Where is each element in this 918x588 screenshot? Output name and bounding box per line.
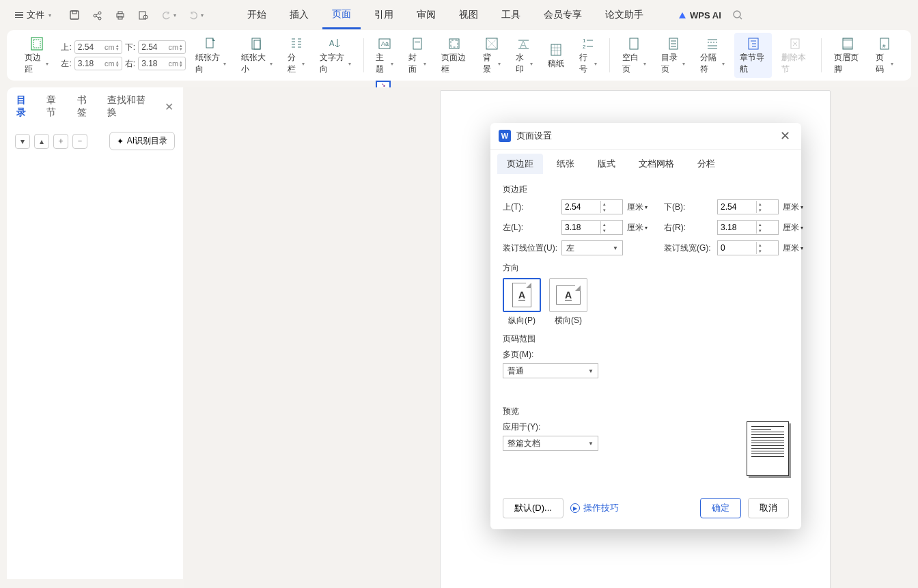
watermark-button[interactable]: A 水印▾ xyxy=(510,33,539,78)
page-border-icon xyxy=(447,36,462,51)
svg-rect-31 xyxy=(415,41,420,43)
magic-wand-icon: ✦ xyxy=(117,137,124,146)
input-gutter-width[interactable]: ▴▾ xyxy=(717,240,779,255)
margin-top-input[interactable]: 2.54cm▴▾ xyxy=(74,40,122,54)
tab-insert[interactable]: 插入 xyxy=(280,2,318,28)
unit-top[interactable]: 厘米▾ xyxy=(627,201,660,213)
tips-link[interactable]: ▶操作技巧 xyxy=(570,502,619,514)
label-bottom: 下(B): xyxy=(664,201,713,213)
tab-review[interactable]: 审阅 xyxy=(407,2,445,28)
search-icon[interactable] xyxy=(732,10,743,20)
tab-page[interactable]: 页面 xyxy=(322,1,361,29)
margin-right-input[interactable]: 3.18cm▴▾ xyxy=(138,57,186,70)
select-multipage[interactable]: 普通▼ xyxy=(503,363,598,378)
section-range-label: 页码范围 xyxy=(503,333,789,345)
margin-left-label: 左: xyxy=(61,58,71,70)
tab-view[interactable]: 视图 xyxy=(449,2,488,28)
dialog-close-icon[interactable]: ✕ xyxy=(777,128,793,143)
input-top[interactable]: ▴▾ xyxy=(561,199,623,214)
dialog-tab-grid[interactable]: 文档网格 xyxy=(629,154,684,174)
input-bottom[interactable]: ▴▾ xyxy=(717,199,779,214)
tab-thesis[interactable]: 论文助手 xyxy=(596,2,653,28)
sidepanel-tab-find[interactable]: 查找和替换 xyxy=(107,94,152,119)
header-footer-button[interactable]: 页眉页脚 xyxy=(829,33,867,78)
svg-point-2 xyxy=(94,14,96,17)
ok-button[interactable]: 确定 xyxy=(700,498,741,518)
margin-bottom-input[interactable]: 2.54cm▴▾ xyxy=(138,40,186,54)
undo-button[interactable]: ▾ xyxy=(161,10,176,20)
delete-section-icon xyxy=(788,36,803,51)
margins-button[interactable]: 页边距▾ xyxy=(19,33,54,78)
text-direction-icon: A xyxy=(328,36,343,51)
select-gutter-pos[interactable]: 左▼ xyxy=(561,240,623,255)
label-top: 上(T): xyxy=(503,201,557,213)
cover-button[interactable]: 封面▾ xyxy=(403,33,432,78)
tab-reference[interactable]: 引用 xyxy=(365,2,403,28)
cancel-button[interactable]: 取消 xyxy=(748,498,789,518)
input-left[interactable]: ▴▾ xyxy=(561,220,623,235)
redo-button[interactable]: ▾ xyxy=(189,10,204,20)
dialog-title: 页面设置 xyxy=(516,130,552,142)
expand-down-button[interactable]: ▾ xyxy=(15,134,30,149)
add-button[interactable]: ＋ xyxy=(53,134,68,149)
separator-button[interactable]: 分隔符▾ xyxy=(695,33,729,78)
svg-line-5 xyxy=(96,14,99,15)
dialog-app-icon: W xyxy=(499,130,511,142)
dialog-tab-paper[interactable]: 纸张 xyxy=(547,154,584,174)
remove-button[interactable]: － xyxy=(72,134,87,149)
orientation-button[interactable]: 纸张方向▾ xyxy=(190,33,232,78)
page-number-button[interactable]: # 页码▾ xyxy=(870,33,899,78)
print-icon[interactable] xyxy=(115,10,126,20)
theme-button[interactable]: Aa 主题▾ xyxy=(370,33,399,78)
orientation-icon xyxy=(203,36,219,52)
close-panel-icon[interactable]: ✕ xyxy=(165,100,173,113)
page-number-icon: # xyxy=(877,36,892,51)
sidepanel-tab-section[interactable]: 章节 xyxy=(46,94,64,119)
line-number-button[interactable]: 12 行号▾ xyxy=(574,33,602,78)
theme-icon: Aa xyxy=(377,36,392,51)
columns-button[interactable]: 分栏▾ xyxy=(282,33,311,78)
default-button[interactable]: 默认(D)... xyxy=(503,498,564,518)
collapse-up-button[interactable]: ▴ xyxy=(34,134,49,149)
select-apply-to[interactable]: 整篇文档▼ xyxy=(503,436,598,451)
ai-toc-button[interactable]: ✦ AI识别目录 xyxy=(109,132,175,150)
label-gutter-pos: 装订线位置(U): xyxy=(503,242,557,254)
paper-size-button[interactable]: 纸张大小▾ xyxy=(236,33,277,78)
section-nav-button[interactable]: 章节导航 xyxy=(734,33,773,78)
dialog-tab-margins[interactable]: 页边距 xyxy=(497,154,543,174)
margin-left-input[interactable]: 3.18cm▴▾ xyxy=(74,57,122,70)
sidepanel-tab-bookmark[interactable]: 书签 xyxy=(77,94,95,119)
background-button[interactable]: 背景▾ xyxy=(477,33,506,78)
input-right[interactable]: ▴▾ xyxy=(717,220,779,235)
tab-start[interactable]: 开始 xyxy=(238,2,276,28)
columns-icon xyxy=(289,36,304,51)
toc-page-button[interactable]: 目录页▾ xyxy=(656,33,691,78)
orientation-landscape[interactable]: A xyxy=(549,278,587,312)
page-border-button[interactable]: 页面边框 xyxy=(436,33,474,78)
save-icon[interactable] xyxy=(69,10,80,20)
line-number-icon: 12 xyxy=(581,36,596,51)
unit-bottom[interactable]: 厘米▾ xyxy=(783,201,816,213)
sidepanel-tab-toc[interactable]: 目录 xyxy=(16,94,34,119)
section-nav-icon xyxy=(746,36,761,51)
orientation-portrait[interactable]: A xyxy=(503,278,541,312)
label-gutter-width: 装订线宽(G): xyxy=(664,242,713,254)
tab-tools[interactable]: 工具 xyxy=(492,2,530,28)
unit-gutter[interactable]: 厘米▾ xyxy=(783,242,816,254)
undo-icon xyxy=(161,10,171,20)
section-orientation-label: 方向 xyxy=(503,262,789,274)
print-preview-icon[interactable] xyxy=(138,10,149,20)
unit-left[interactable]: 厘米▾ xyxy=(627,222,660,234)
svg-point-3 xyxy=(98,12,101,14)
unit-right[interactable]: 厘米▾ xyxy=(783,222,816,234)
tab-member[interactable]: 会员专享 xyxy=(534,2,592,28)
text-direction-button[interactable]: A 文字方向▾ xyxy=(314,33,356,78)
svg-text:1: 1 xyxy=(583,38,586,44)
share-icon[interactable] xyxy=(92,10,102,20)
dialog-tab-layout[interactable]: 版式 xyxy=(588,154,625,174)
blank-page-button[interactable]: 空白页▾ xyxy=(617,33,652,78)
wps-ai-button[interactable]: WPS AI xyxy=(679,10,721,20)
dialog-tab-columns[interactable]: 分栏 xyxy=(688,154,725,174)
file-menu[interactable]: 文件 ▾ xyxy=(10,6,57,24)
draft-button[interactable]: 稿纸 xyxy=(542,39,570,72)
